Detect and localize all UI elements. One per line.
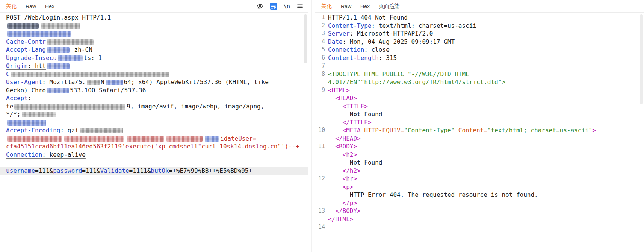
code-line: 14 <box>315 223 644 231</box>
code-token: HTTP-EQUIV= <box>364 127 404 134</box>
code-token: <HTML> <box>328 87 350 94</box>
code-line: <p> <box>315 183 644 191</box>
newline-toggle-icon[interactable]: \n <box>283 3 290 10</box>
code-line: </h2> <box>315 167 644 175</box>
request-tabbar: 美化RawHex \n <box>0 0 308 13</box>
tab-raw[interactable]: Raw <box>21 0 41 12</box>
response-editor[interactable]: 1HTTP/1.1 404 Not Found2Content-Type: te… <box>315 13 644 231</box>
code-line: Accept-Encoding: gzi <box>0 126 308 135</box>
code-token: 533.100 Safari/537.36 <box>70 87 146 94</box>
code-line: 1HTTP/1.1 404 Not Found <box>315 14 644 22</box>
code-token: : text/html; charset=us-ascii <box>372 22 476 29</box>
code-line: cfa45151ccad6bf11ea146ed563f2119'execute… <box>0 142 308 151</box>
code-line: POST /Web/Login.aspx HTTP/1.1 <box>0 14 308 22</box>
code-token: Date <box>328 38 343 45</box>
redaction-blur <box>47 88 69 93</box>
code-token: =1111& <box>129 167 151 174</box>
redaction-blur <box>7 136 62 142</box>
redaction-blur <box>106 80 123 85</box>
code-line: Not Found <box>315 159 644 167</box>
hide-sensitive-eye-icon[interactable] <box>256 3 264 10</box>
code-line: 9<HTML> <box>315 86 644 94</box>
scrollbar-thumb[interactable] <box>304 14 307 63</box>
redaction-blur <box>127 136 164 142</box>
code-token: C <box>6 70 10 78</box>
code-line: 7 <box>315 62 644 70</box>
code-token: </BODY> <box>328 207 361 214</box>
code-token: 4.01//EN""http://www.w3.org/TR/html4/str… <box>328 78 505 86</box>
code-line: Cache-Contr <box>0 38 308 46</box>
tab-beautify[interactable]: 美化 <box>317 0 336 12</box>
code-token: Accept-Encoding <box>6 127 60 134</box>
code-token: : close <box>364 46 389 53</box>
code-token: "Content-Type" <box>404 127 455 134</box>
code-token: te <box>6 103 13 110</box>
code-token: ts: 1 <box>84 54 102 62</box>
code-line: Accept-Lang zh-CN <box>0 46 308 54</box>
redaction-blur <box>205 136 219 142</box>
code-line: </HEAD> <box>315 135 644 143</box>
redaction-blur <box>87 80 100 85</box>
word-wrap-icon[interactable] <box>270 3 277 10</box>
response-panel: 美化RawHex页面渲染 1HTTP/1.1 404 Not Found2Con… <box>315 0 644 252</box>
code-token: Upgrade-Insecu <box>6 54 57 62</box>
code-line: 4.01//EN""http://www.w3.org/TR/html4/str… <box>315 78 644 86</box>
code-token: 9, image/avif, image/webp, image/apng, <box>127 103 264 110</box>
line-number: 4 <box>315 38 327 46</box>
response-tabs: 美化RawHex页面渲染 <box>315 0 404 12</box>
code-line: idateUser= <box>0 135 308 143</box>
code-token: <p> <box>328 183 353 190</box>
code-line: </HTML> <box>315 215 644 224</box>
request-toolbar-icons: \n <box>256 0 308 12</box>
redaction-blur <box>80 128 123 134</box>
code-line: <HEAD> <box>315 94 644 102</box>
code-token: <hr> <box>328 175 357 182</box>
redaction-blur <box>47 63 70 69</box>
code-line: 10 <META HTTP-EQUIV="Content-Type" Conte… <box>315 126 644 135</box>
line-number: 9 <box>315 86 327 94</box>
code-token: : gzi <box>60 127 79 134</box>
code-token: 64; x64) AppleWebKit/537.36 (KHTML, like <box>124 78 269 86</box>
code-token: > <box>592 127 596 134</box>
code-token: : htt <box>28 62 46 69</box>
redaction-blur <box>11 72 169 77</box>
code-token: User-Agent <box>6 78 42 86</box>
code-line: User-Agent: Mozilla/5.N64; x64) AppleWeb… <box>0 78 308 86</box>
code-token: Server <box>328 30 350 37</box>
code-token: HTTP/1.1 404 Not Found <box>328 14 408 21</box>
code-token: </h2> <box>328 167 361 174</box>
scrollbar-thumb[interactable] <box>640 14 643 104</box>
code-token: <META <box>343 127 364 134</box>
line-number: 1 <box>315 14 327 22</box>
tab-hex[interactable]: Hex <box>41 0 59 12</box>
code-token: </HEAD> <box>328 135 361 142</box>
code-token: Origin <box>6 62 28 69</box>
request-editor[interactable]: POST /Web/Login.aspx HTTP/1.1Cache-Contr… <box>0 13 308 175</box>
code-token: <TITLE> <box>328 103 368 110</box>
redaction-blur <box>22 112 56 117</box>
code-token: </HTML> <box>328 216 353 223</box>
code-line <box>0 118 308 127</box>
code-line: 4Date: Mon, 04 Aug 2025 09:09:17 GMT <box>315 38 644 46</box>
redaction-blur <box>41 23 80 29</box>
code-line: 8<!DOCTYPE HTML PUBLIC "-//W3C//DTD HTML <box>315 70 644 78</box>
tab-beautify[interactable]: 美化 <box>2 0 21 12</box>
code-line: HTTP Error 404. The requested resource i… <box>315 191 644 199</box>
code-token: : <box>28 94 32 102</box>
code-token: Not Found <box>328 159 382 166</box>
tab-render[interactable]: 页面渲染 <box>374 0 404 12</box>
code-line <box>0 22 308 30</box>
code-token: password <box>53 167 82 174</box>
tab-hex[interactable]: Hex <box>356 0 374 12</box>
code-token: N <box>101 78 104 86</box>
request-tabs: 美化RawHex <box>0 0 59 12</box>
menu-icon[interactable] <box>296 3 304 10</box>
redaction-blur <box>47 47 70 53</box>
code-line: Upgrade-Insecuts: 1 <box>0 54 308 62</box>
line-number: 3 <box>315 30 327 38</box>
code-token: POST /Web/Login.aspx HTTP/1.1 <box>6 14 111 21</box>
redaction-blur <box>7 31 71 37</box>
code-token <box>455 127 458 134</box>
code-token: Gecko) Chro <box>6 87 46 94</box>
tab-raw[interactable]: Raw <box>336 0 356 12</box>
